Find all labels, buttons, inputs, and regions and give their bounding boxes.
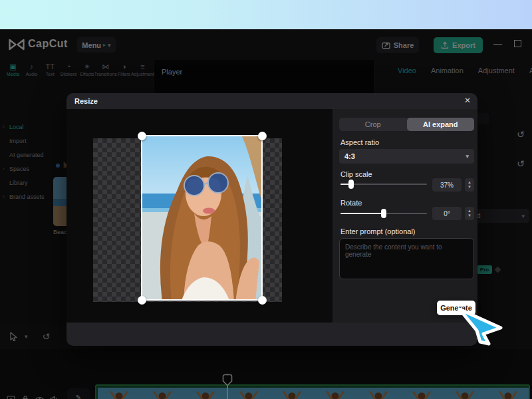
resize-mode-tabs: Crop AI expand <box>339 118 474 131</box>
clip-scale-slider[interactable] <box>340 184 427 185</box>
tab-ai-expand[interactable]: AI expand <box>407 118 475 131</box>
chevron-down-icon: ▾ <box>466 153 469 160</box>
dialog-footer: Confirm <box>66 323 477 346</box>
crop-handle-bottom-right[interactable] <box>258 296 267 305</box>
aspect-ratio-value: 4:3 <box>344 152 355 160</box>
stepper-down-icon[interactable]: ▼ <box>467 213 471 218</box>
dialog-header: Resize ✕ <box>66 93 477 109</box>
clip-scale-label: Clip scale <box>340 170 372 178</box>
cursor-arrow-icon <box>456 306 505 348</box>
rotate-handle[interactable] <box>381 209 386 218</box>
rotate-fill <box>340 213 384 214</box>
clip-scale-handle[interactable] <box>348 180 354 189</box>
aspect-ratio-label: Aspect ratio <box>340 138 379 146</box>
prompt-input[interactable] <box>339 238 474 279</box>
crop-handle-bottom-left[interactable] <box>138 296 146 305</box>
resize-dialog: Resize ✕ <box>66 93 477 346</box>
desktop-background <box>0 0 532 29</box>
dialog-title: Resize <box>74 97 98 105</box>
rotate-value[interactable]: 0° <box>432 207 462 220</box>
crop-handle-top-right[interactable] <box>258 132 267 140</box>
aspect-ratio-dropdown[interactable]: 4:3 ▾ <box>339 149 474 164</box>
crop-handle-top-left[interactable] <box>138 132 146 140</box>
capcut-app-screen: CapCut Menu ▸ ▾ Share Export — <box>0 0 532 399</box>
prompt-label: Enter prompt (optional) <box>340 227 416 235</box>
close-icon[interactable]: ✕ <box>464 96 471 105</box>
photo-woman-beach <box>142 136 263 301</box>
stepper-up-icon[interactable]: ▲ <box>467 209 471 213</box>
clip-scale-value[interactable]: 37% <box>432 178 462 192</box>
rotate-slider[interactable] <box>340 213 427 214</box>
tab-crop[interactable]: Crop <box>339 118 407 131</box>
rotate-label: Rotate <box>340 199 362 207</box>
stepper-down-icon[interactable]: ▼ <box>467 185 471 190</box>
stepper-up-icon[interactable]: ▲ <box>467 180 471 185</box>
rotate-stepper[interactable]: ▲ ▼ <box>465 207 474 220</box>
clip-scale-stepper[interactable]: ▲ ▼ <box>465 178 474 192</box>
preview-photo[interactable] <box>141 135 263 301</box>
